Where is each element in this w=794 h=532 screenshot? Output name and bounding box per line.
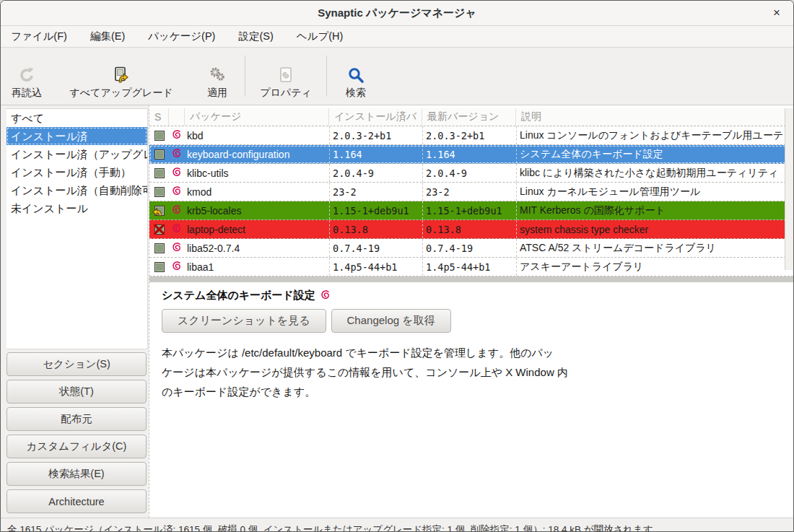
properties-icon [276,65,295,84]
debian-icon [172,186,182,199]
details-title-row: システム全体のキーボード設定 [162,289,793,302]
table-row-kmod[interactable]: kmod23-223-2Linux カーネルモジュール管理用ツール [149,183,793,201]
sidebar-button-custom-filters[interactable]: カスタムフィルタ(C) [6,435,147,458]
package-short-description: アスキーアートライブラリ [516,258,793,276]
latest-version: 2.0.3-2+b1 [422,126,516,144]
menu-package[interactable]: パッケージ(P) [141,27,222,46]
table-body: kbd2.0.3-2+b12.0.3-2+b1Linux コンソールのフォントお… [149,126,793,276]
table-row-liba52-0.7.4[interactable]: liba52-0.7.40.7.4-190.7.4-19ATSC A/52 スト… [149,239,793,258]
installed-version: 0.13.8 [329,220,422,238]
get-screenshot-button[interactable]: スクリーンショットを見る [162,309,326,333]
description-line-2: のキーボード設定ができます。 [162,382,793,401]
col-description[interactable]: 説明 [516,108,793,126]
table-row-krb5-locales[interactable]: krb5-locales1.15-1+deb9u11.15-1+deb9u1MI… [149,201,793,220]
menu-file[interactable]: ファイル(F) [4,27,74,46]
col-installed-version[interactable]: インストール済バ [329,108,422,126]
package-short-description: システム全体のキーボード設定 [516,145,793,163]
debian-icon [172,261,182,274]
installed-version: 0.7.4-19 [329,239,422,257]
package-pane: Sパッケージインストール済バ最新バージョン説明 kbd2.0.3-2+b12.0… [149,105,793,518]
col-latest-version[interactable]: 最新バージョン [422,108,516,126]
col-icon[interactable] [169,108,185,126]
apply-icon [208,65,227,84]
latest-version: 1.164 [422,145,516,163]
installed-version: 23-2 [329,183,422,201]
synaptic-window: Synaptic パッケージマネージャ × ファイル(F)編集(E)パッケージ(… [0,0,794,532]
filter-item-1[interactable]: インストール済 [6,127,147,145]
table-row-laptop-detect[interactable]: laptop-detect0.13.80.13.8system chassis … [149,220,793,239]
toolbar-reload-button[interactable]: 再読込 [1,62,53,100]
get-changelog-button[interactable]: Changelog を取得 [331,309,451,333]
status-installed-icon [154,167,165,179]
package-short-description: system chassis type checker [516,220,793,238]
status-text: 全 1615 パッケージ（インストール済: 1615 個, 破損 0 個, イン… [7,523,653,532]
status-installed-icon [154,149,165,160]
toolbar-upgrade-all-button[interactable]: すべてアップグレード [53,62,190,100]
filter-item-3[interactable]: インストール済（手動） [6,163,147,181]
debian-icon [172,242,182,255]
table-row-kbd[interactable]: kbd2.0.3-2+b12.0.3-2+b1Linux コンソールのフォントお… [149,126,793,145]
vertical-scrollbar[interactable] [785,108,793,270]
debian-icon [172,223,182,236]
debian-icon [172,129,182,142]
sidebar: すべてインストール済インストール済（アップグレインストール済（手動）インストール… [1,105,149,518]
sidebar-button-architecture[interactable]: Architecture [6,489,147,513]
main-area: すべてインストール済インストール済（アップグレインストール済（手動）インストール… [1,105,793,518]
window-title: Synaptic パッケージマネージャ [318,6,476,20]
statusbar: 全 1615 パッケージ（インストール済: 1615 個, 破損 0 個, イン… [1,518,793,532]
package-name: laptop-detect [185,220,329,238]
latest-version: 1.15-1+deb9u1 [422,201,516,219]
package-short-description: klibc により構築された小さな起動初期用ユーティリティ [516,164,793,182]
menu-edit[interactable]: 編集(E) [83,27,132,46]
toolbar-properties-button[interactable]: プロパティ [245,62,326,100]
debian-icon [172,167,182,180]
package-description: 本パッケージは /etc/default/keyboard でキーボード設定を管… [162,343,793,401]
sidebar-button-search-results[interactable]: 検索結果(E) [6,462,147,486]
table-row-libaa1[interactable]: libaa11.4p5-44+b11.4p5-44+b1アスキーアートライブラリ [149,258,793,276]
horizontal-scrollbar[interactable] [149,276,793,282]
debian-icon [172,148,182,161]
filter-list: すべてインストール済インストール済（アップグレインストール済（手動）インストール… [6,108,148,349]
menubar: ファイル(F)編集(E)パッケージ(P)設定(S)ヘルプ(H) [1,26,793,48]
debian-icon [172,204,182,217]
package-name: kbd [185,126,329,144]
package-short-description: Linux カーネルモジュール管理用ツール [516,183,793,201]
close-icon[interactable]: × [769,6,784,20]
toolbar-apply-button[interactable]: 適用 [190,62,245,100]
package-name: liba52-0.7.4 [185,239,329,257]
sidebar-button-sections[interactable]: セクション(S) [6,352,147,376]
latest-version: 0.13.8 [422,220,516,238]
toolbar-apply-label: 適用 [207,87,227,100]
sidebar-button-origin[interactable]: 配布元 [6,407,147,431]
toolbar-properties-label: プロパティ [260,87,312,100]
package-name: keyboard-configuration [185,145,329,163]
toolbar-search-button[interactable]: 検索 [327,62,385,100]
package-short-description: Linux コンソールのフォントおよびキーテーブル用ユーテ [516,126,793,144]
package-name: klibc-utils [185,164,329,182]
table-row-klibc-utils[interactable]: klibc-utils2.0.4-92.0.4-9klibc により構築された小… [149,164,793,183]
filter-item-4[interactable]: インストール済（自動削除可 [6,181,147,199]
col-package[interactable]: パッケージ [185,108,329,126]
filter-item-0[interactable]: すべて [6,109,147,127]
menu-settings[interactable]: 設定(S) [231,27,280,46]
reload-icon [17,65,36,84]
description-line-1: ケージは本パッケージが提供するこの情報を用いて、コンソール上や X Window… [162,362,793,382]
status-installed-icon [154,243,165,254]
description-line-0: 本パッケージは /etc/default/keyboard でキーボード設定を管… [162,343,793,362]
status-installed-icon [154,261,165,273]
filter-item-5[interactable]: 未インストール [6,199,147,217]
latest-version: 0.7.4-19 [422,239,516,257]
table-row-keyboard-configuration[interactable]: keyboard-configuration1.1641.164システム全体のキ… [149,145,793,164]
package-table: Sパッケージインストール済バ最新バージョン説明 kbd2.0.3-2+b12.0… [149,108,793,276]
col-status[interactable]: S [149,108,169,126]
installed-version: 1.4p5-44+b1 [329,258,422,276]
latest-version: 23-2 [422,183,516,201]
installed-version: 2.0.4-9 [329,164,422,182]
menu-help[interactable]: ヘルプ(H) [289,27,351,46]
package-short-description: MIT Kerberos の国際化サポート [516,201,793,219]
toolbar-upgrade-all-label: すべてアップグレード [70,87,173,100]
status-installed-icon [154,130,165,141]
filter-item-2[interactable]: インストール済（アップグレ [6,145,147,163]
package-name: krb5-locales [185,201,329,219]
sidebar-button-status[interactable]: 状態(T) [6,380,147,404]
